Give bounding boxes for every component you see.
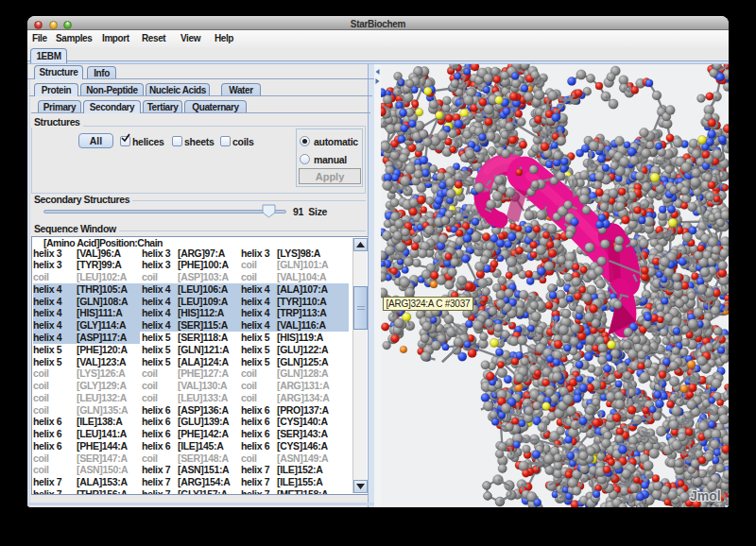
svg-text:Jmol: Jmol [690,488,721,503]
svg-text:[ARG]324:A C #3037: [ARG]324:A C #3037 [387,299,471,309]
